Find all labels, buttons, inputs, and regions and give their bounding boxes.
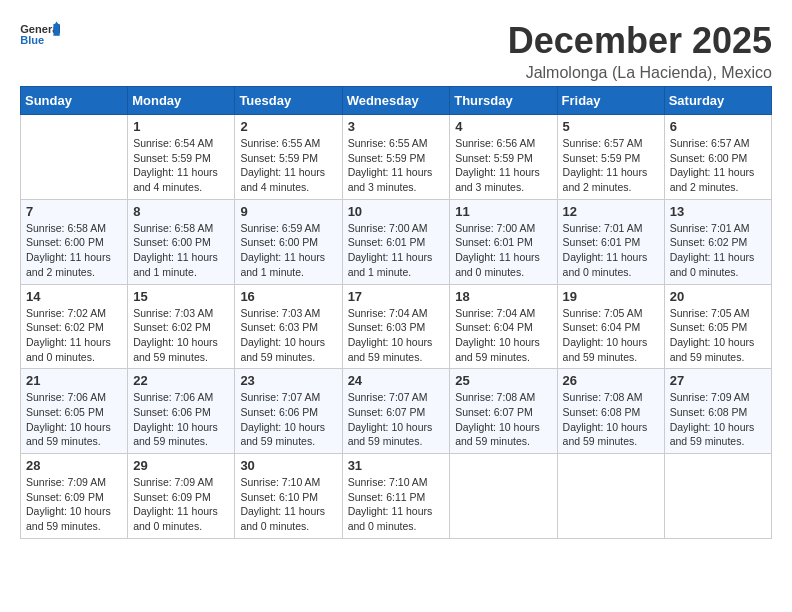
day-number: 30 [240, 458, 336, 473]
col-wednesday: Wednesday [342, 87, 450, 115]
location-title: Jalmolonga (La Hacienda), Mexico [508, 64, 772, 82]
calendar-week-row: 1Sunrise: 6:54 AMSunset: 5:59 PMDaylight… [21, 115, 772, 200]
day-number: 28 [26, 458, 122, 473]
calendar-cell: 29Sunrise: 7:09 AMSunset: 6:09 PMDayligh… [128, 454, 235, 539]
calendar-cell: 31Sunrise: 7:10 AMSunset: 6:11 PMDayligh… [342, 454, 450, 539]
logo-icon: General Blue [20, 20, 60, 50]
calendar-cell: 9Sunrise: 6:59 AMSunset: 6:00 PMDaylight… [235, 199, 342, 284]
day-number: 19 [563, 289, 659, 304]
calendar-cell: 14Sunrise: 7:02 AMSunset: 6:02 PMDayligh… [21, 284, 128, 369]
day-number: 24 [348, 373, 445, 388]
day-info: Sunrise: 7:05 AMSunset: 6:04 PMDaylight:… [563, 306, 659, 365]
col-monday: Monday [128, 87, 235, 115]
day-info: Sunrise: 7:06 AMSunset: 6:06 PMDaylight:… [133, 390, 229, 449]
calendar-week-row: 7Sunrise: 6:58 AMSunset: 6:00 PMDaylight… [21, 199, 772, 284]
day-number: 11 [455, 204, 551, 219]
day-info: Sunrise: 7:02 AMSunset: 6:02 PMDaylight:… [26, 306, 122, 365]
calendar-table: Sunday Monday Tuesday Wednesday Thursday… [20, 86, 772, 539]
day-info: Sunrise: 7:00 AMSunset: 6:01 PMDaylight:… [455, 221, 551, 280]
day-number: 3 [348, 119, 445, 134]
calendar-cell [664, 454, 771, 539]
calendar-cell [557, 454, 664, 539]
day-info: Sunrise: 6:56 AMSunset: 5:59 PMDaylight:… [455, 136, 551, 195]
day-info: Sunrise: 6:58 AMSunset: 6:00 PMDaylight:… [26, 221, 122, 280]
calendar-cell: 30Sunrise: 7:10 AMSunset: 6:10 PMDayligh… [235, 454, 342, 539]
title-block: December 2025 Jalmolonga (La Hacienda), … [508, 20, 772, 82]
day-info: Sunrise: 7:05 AMSunset: 6:05 PMDaylight:… [670, 306, 766, 365]
day-info: Sunrise: 6:57 AMSunset: 6:00 PMDaylight:… [670, 136, 766, 195]
day-info: Sunrise: 7:08 AMSunset: 6:07 PMDaylight:… [455, 390, 551, 449]
calendar-cell [21, 115, 128, 200]
calendar-cell [450, 454, 557, 539]
calendar-cell: 20Sunrise: 7:05 AMSunset: 6:05 PMDayligh… [664, 284, 771, 369]
calendar-week-row: 14Sunrise: 7:02 AMSunset: 6:02 PMDayligh… [21, 284, 772, 369]
day-info: Sunrise: 7:07 AMSunset: 6:06 PMDaylight:… [240, 390, 336, 449]
day-info: Sunrise: 6:54 AMSunset: 5:59 PMDaylight:… [133, 136, 229, 195]
calendar-cell: 25Sunrise: 7:08 AMSunset: 6:07 PMDayligh… [450, 369, 557, 454]
day-info: Sunrise: 7:09 AMSunset: 6:08 PMDaylight:… [670, 390, 766, 449]
calendar-cell: 7Sunrise: 6:58 AMSunset: 6:00 PMDaylight… [21, 199, 128, 284]
calendar-cell: 17Sunrise: 7:04 AMSunset: 6:03 PMDayligh… [342, 284, 450, 369]
day-info: Sunrise: 7:04 AMSunset: 6:03 PMDaylight:… [348, 306, 445, 365]
day-number: 7 [26, 204, 122, 219]
calendar-cell: 23Sunrise: 7:07 AMSunset: 6:06 PMDayligh… [235, 369, 342, 454]
col-saturday: Saturday [664, 87, 771, 115]
day-number: 14 [26, 289, 122, 304]
logo: General Blue [20, 20, 64, 50]
day-number: 29 [133, 458, 229, 473]
day-info: Sunrise: 6:58 AMSunset: 6:00 PMDaylight:… [133, 221, 229, 280]
calendar-cell: 12Sunrise: 7:01 AMSunset: 6:01 PMDayligh… [557, 199, 664, 284]
day-info: Sunrise: 7:01 AMSunset: 6:01 PMDaylight:… [563, 221, 659, 280]
day-number: 1 [133, 119, 229, 134]
day-info: Sunrise: 6:55 AMSunset: 5:59 PMDaylight:… [240, 136, 336, 195]
day-number: 8 [133, 204, 229, 219]
calendar-cell: 27Sunrise: 7:09 AMSunset: 6:08 PMDayligh… [664, 369, 771, 454]
day-info: Sunrise: 7:10 AMSunset: 6:11 PMDaylight:… [348, 475, 445, 534]
calendar-cell: 11Sunrise: 7:00 AMSunset: 6:01 PMDayligh… [450, 199, 557, 284]
page-header: General Blue December 2025 Jalmolonga (L… [20, 20, 772, 82]
day-number: 5 [563, 119, 659, 134]
day-number: 4 [455, 119, 551, 134]
day-number: 26 [563, 373, 659, 388]
calendar-cell: 26Sunrise: 7:08 AMSunset: 6:08 PMDayligh… [557, 369, 664, 454]
day-info: Sunrise: 7:09 AMSunset: 6:09 PMDaylight:… [133, 475, 229, 534]
day-number: 25 [455, 373, 551, 388]
day-number: 2 [240, 119, 336, 134]
calendar-cell: 2Sunrise: 6:55 AMSunset: 5:59 PMDaylight… [235, 115, 342, 200]
day-number: 15 [133, 289, 229, 304]
col-friday: Friday [557, 87, 664, 115]
day-number: 18 [455, 289, 551, 304]
calendar-cell: 8Sunrise: 6:58 AMSunset: 6:00 PMDaylight… [128, 199, 235, 284]
day-info: Sunrise: 7:10 AMSunset: 6:10 PMDaylight:… [240, 475, 336, 534]
calendar-week-row: 21Sunrise: 7:06 AMSunset: 6:05 PMDayligh… [21, 369, 772, 454]
svg-text:Blue: Blue [20, 34, 44, 46]
day-number: 31 [348, 458, 445, 473]
calendar-cell: 10Sunrise: 7:00 AMSunset: 6:01 PMDayligh… [342, 199, 450, 284]
calendar-cell: 19Sunrise: 7:05 AMSunset: 6:04 PMDayligh… [557, 284, 664, 369]
day-number: 23 [240, 373, 336, 388]
day-info: Sunrise: 6:59 AMSunset: 6:00 PMDaylight:… [240, 221, 336, 280]
day-info: Sunrise: 7:06 AMSunset: 6:05 PMDaylight:… [26, 390, 122, 449]
calendar-cell: 18Sunrise: 7:04 AMSunset: 6:04 PMDayligh… [450, 284, 557, 369]
calendar-cell: 13Sunrise: 7:01 AMSunset: 6:02 PMDayligh… [664, 199, 771, 284]
day-number: 21 [26, 373, 122, 388]
calendar-cell: 3Sunrise: 6:55 AMSunset: 5:59 PMDaylight… [342, 115, 450, 200]
day-info: Sunrise: 7:09 AMSunset: 6:09 PMDaylight:… [26, 475, 122, 534]
day-info: Sunrise: 7:03 AMSunset: 6:03 PMDaylight:… [240, 306, 336, 365]
calendar-cell: 28Sunrise: 7:09 AMSunset: 6:09 PMDayligh… [21, 454, 128, 539]
col-tuesday: Tuesday [235, 87, 342, 115]
day-number: 17 [348, 289, 445, 304]
day-number: 13 [670, 204, 766, 219]
day-info: Sunrise: 7:01 AMSunset: 6:02 PMDaylight:… [670, 221, 766, 280]
day-number: 27 [670, 373, 766, 388]
calendar-cell: 1Sunrise: 6:54 AMSunset: 5:59 PMDaylight… [128, 115, 235, 200]
calendar-cell: 5Sunrise: 6:57 AMSunset: 5:59 PMDaylight… [557, 115, 664, 200]
day-info: Sunrise: 7:04 AMSunset: 6:04 PMDaylight:… [455, 306, 551, 365]
day-info: Sunrise: 7:03 AMSunset: 6:02 PMDaylight:… [133, 306, 229, 365]
day-number: 12 [563, 204, 659, 219]
day-info: Sunrise: 7:07 AMSunset: 6:07 PMDaylight:… [348, 390, 445, 449]
day-info: Sunrise: 6:55 AMSunset: 5:59 PMDaylight:… [348, 136, 445, 195]
month-title: December 2025 [508, 20, 772, 62]
day-number: 9 [240, 204, 336, 219]
calendar-cell: 15Sunrise: 7:03 AMSunset: 6:02 PMDayligh… [128, 284, 235, 369]
